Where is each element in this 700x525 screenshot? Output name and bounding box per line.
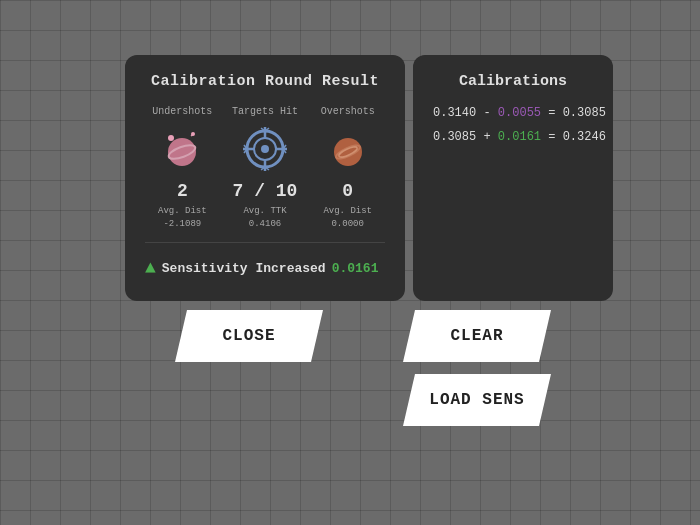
calibration-row-1: 0.3140 - 0.0055 = 0.3085	[433, 106, 593, 120]
overshots-col: Overshots 0 Avg. Dist 0.0000	[310, 106, 385, 230]
calibration-row-2: 0.3085 + 0.0161 = 0.3246	[433, 130, 593, 144]
calibrations-title: Calibrations	[433, 73, 593, 90]
overshots-value: 0	[342, 181, 353, 201]
planet-pink-icon: ✦ ✦	[156, 123, 208, 175]
undershots-sub: Avg. Dist -2.1089	[158, 205, 207, 230]
svg-point-21	[334, 138, 362, 166]
calibrations-panel: Calibrations 0.3140 - 0.0055 = 0.3085 0.…	[413, 55, 613, 301]
overshots-sub: Avg. Dist 0.0000	[323, 205, 372, 230]
undershots-col: Undershots ✦ ✦ 2 Avg. Dist -2.1089	[145, 106, 220, 230]
panel-title: Calibration Round Result	[145, 73, 385, 90]
load-sens-button[interactable]: LOAD SENS	[403, 374, 551, 426]
targets-hit-sub: Avg. TTK 0.4106	[243, 205, 286, 230]
crosshair-icon	[239, 123, 291, 175]
svg-point-8	[261, 145, 269, 153]
clear-button[interactable]: CLEAR	[403, 310, 551, 362]
undershots-value: 2	[177, 181, 188, 201]
planet-brown-icon	[322, 123, 374, 175]
overshots-label: Overshots	[321, 106, 375, 117]
calibration-result-panel: Calibration Round Result Undershots ✦ ✦ …	[125, 55, 405, 301]
right-buttons: CLEAR LOAD SENS	[403, 310, 551, 426]
close-button[interactable]: CLOSE	[175, 310, 323, 362]
targets-hit-label: Targets Hit	[232, 106, 298, 117]
sensitivity-row: ▲ Sensitivity Increased 0.0161	[145, 255, 385, 281]
targets-hit-value: 7 / 10	[233, 181, 298, 201]
sensitivity-value: 0.0161	[332, 261, 379, 276]
arrow-up-icon: ▲	[145, 259, 156, 277]
stats-row: Undershots ✦ ✦ 2 Avg. Dist -2.1089	[145, 106, 385, 230]
targets-hit-col: Targets Hit	[228, 106, 303, 230]
svg-text:✦: ✦	[190, 132, 194, 139]
sensitivity-label: Sensitivity Increased	[162, 261, 326, 276]
undershots-label: Undershots	[152, 106, 212, 117]
divider	[145, 242, 385, 243]
svg-text:✦: ✦	[169, 133, 174, 142]
